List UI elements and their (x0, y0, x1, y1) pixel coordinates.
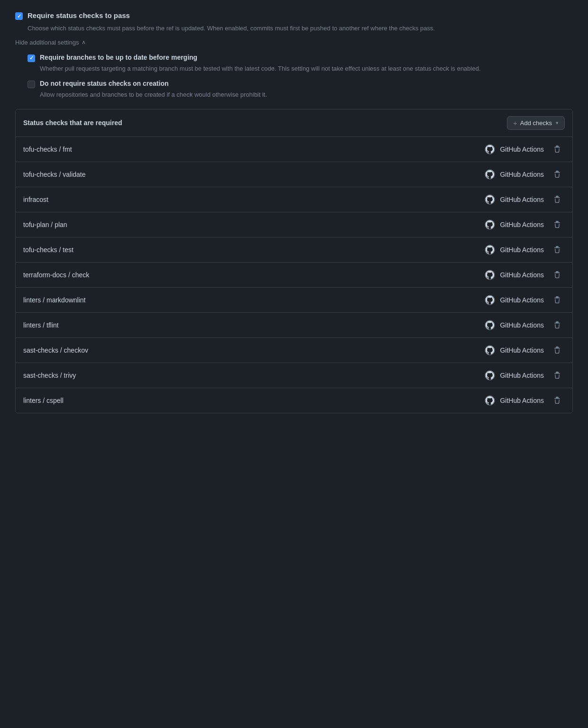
table-row: linters / markdownlint GitHub Actions (16, 288, 572, 313)
hide-additional-settings-toggle[interactable]: Hide additional settings ∧ (15, 39, 573, 46)
add-checks-button[interactable]: + Add checks ▾ (507, 116, 565, 130)
table-row: tofu-checks / validate GitHub Actions (16, 162, 572, 187)
github-icon (485, 395, 495, 406)
provider-name: GitHub Actions (500, 196, 544, 203)
table-row: linters / cspell GitHub Actions (16, 388, 572, 413)
delete-check-button[interactable] (550, 144, 565, 155)
check-name: tofu-checks / validate (23, 171, 86, 178)
check-provider: GitHub Actions (485, 169, 544, 180)
github-icon (485, 295, 495, 305)
trash-icon (553, 146, 561, 153)
github-icon (485, 219, 495, 230)
row-right: GitHub Actions (485, 345, 565, 356)
check-provider: GitHub Actions (485, 270, 544, 280)
trash-icon (553, 346, 561, 354)
checkmark-icon-2: ✓ (29, 55, 34, 61)
check-provider: GitHub Actions (485, 194, 544, 205)
check-provider: GitHub Actions (485, 219, 544, 230)
provider-name: GitHub Actions (500, 397, 544, 404)
table-header: Status checks that are required + Add ch… (16, 109, 572, 137)
delete-check-button[interactable] (550, 294, 565, 306)
trash-icon (553, 296, 561, 304)
provider-name: GitHub Actions (500, 372, 544, 379)
check-provider: GitHub Actions (485, 370, 544, 381)
check-name: linters / tflint (23, 321, 59, 329)
provider-name: GitHub Actions (500, 271, 544, 279)
github-icon (485, 345, 495, 355)
github-icon (485, 245, 495, 255)
delete-check-button[interactable] (550, 244, 565, 255)
delete-check-button[interactable] (550, 194, 565, 205)
provider-name: GitHub Actions (500, 296, 544, 304)
check-name: infracost (23, 196, 48, 203)
section-header: ✓ Require status checks to pass (15, 11, 573, 20)
provider-name: GitHub Actions (500, 146, 544, 153)
do-not-require-header: Do not require status checks on creation (28, 80, 573, 88)
check-provider: GitHub Actions (485, 395, 544, 406)
table-row: terraform-docs / check GitHub Actions (16, 263, 572, 288)
delete-check-button[interactable] (550, 319, 565, 331)
do-not-require-checkbox[interactable] (28, 81, 35, 88)
require-status-checks-checkbox[interactable]: ✓ (15, 12, 23, 20)
check-name: tofu-checks / fmt (23, 146, 72, 153)
status-checks-table: Status checks that are required + Add ch… (15, 109, 573, 413)
check-provider: GitHub Actions (485, 144, 544, 155)
github-icon (485, 169, 495, 180)
trash-icon (553, 171, 561, 178)
require-up-to-date-description: Whether pull requests targeting a matchi… (40, 64, 573, 73)
hide-settings-label: Hide additional settings (15, 39, 79, 46)
table-row: tofu-checks / test GitHub Actions (16, 237, 572, 263)
trash-icon (553, 372, 561, 379)
table-row: linters / tflint GitHub Actions (16, 313, 572, 338)
require-status-checks-description: Choose which status checks must pass bef… (28, 24, 573, 33)
provider-name: GitHub Actions (500, 171, 544, 178)
chevron-up-icon: ∧ (82, 39, 86, 46)
provider-name: GitHub Actions (500, 346, 544, 354)
check-provider: GitHub Actions (485, 295, 544, 305)
row-right: GitHub Actions (485, 169, 565, 180)
require-up-to-date-header: ✓ Require branches to be up to date befo… (28, 54, 573, 62)
row-right: GitHub Actions (485, 269, 565, 281)
provider-name: GitHub Actions (500, 246, 544, 254)
add-checks-label: Add checks (520, 119, 552, 127)
table-title: Status checks that are required (23, 119, 122, 127)
do-not-require-title: Do not require status checks on creation (40, 80, 169, 87)
require-up-to-date-title: Require branches to be up to date before… (40, 54, 197, 61)
delete-check-button[interactable] (550, 395, 565, 406)
check-provider: GitHub Actions (485, 245, 544, 255)
table-row: tofu-plan / plan GitHub Actions (16, 212, 572, 237)
row-right: GitHub Actions (485, 370, 565, 381)
delete-check-button[interactable] (550, 269, 565, 281)
require-status-checks-title: Require status checks to pass (28, 11, 130, 19)
row-right: GitHub Actions (485, 244, 565, 255)
row-right: GitHub Actions (485, 219, 565, 230)
trash-icon (553, 397, 561, 404)
github-icon (485, 320, 495, 330)
row-right: GitHub Actions (485, 395, 565, 406)
trash-icon (553, 221, 561, 228)
trash-icon (553, 271, 561, 279)
check-provider: GitHub Actions (485, 345, 544, 355)
check-name: linters / markdownlint (23, 296, 86, 304)
require-up-to-date-option: ✓ Require branches to be up to date befo… (28, 54, 573, 73)
check-name: tofu-checks / test (23, 246, 74, 254)
delete-check-button[interactable] (550, 169, 565, 180)
trash-icon (553, 321, 561, 329)
check-provider: GitHub Actions (485, 320, 544, 330)
row-right: GitHub Actions (485, 294, 565, 306)
github-icon (485, 270, 495, 280)
row-right: GitHub Actions (485, 319, 565, 331)
table-row: sast-checks / trivy GitHub Actions (16, 363, 572, 388)
provider-name: GitHub Actions (500, 321, 544, 329)
table-row: infracost GitHub Actions (16, 187, 572, 212)
delete-check-button[interactable] (550, 345, 565, 356)
table-row: sast-checks / checkov GitHub Actions (16, 338, 572, 363)
do-not-require-description: Allow repositories and branches to be cr… (40, 90, 573, 100)
dropdown-arrow-icon: ▾ (556, 120, 559, 126)
require-up-to-date-checkbox[interactable]: ✓ (28, 55, 35, 62)
delete-check-button[interactable] (550, 219, 565, 230)
provider-name: GitHub Actions (500, 221, 544, 228)
delete-check-button[interactable] (550, 370, 565, 381)
check-name: tofu-plan / plan (23, 221, 67, 228)
github-icon (485, 194, 495, 205)
